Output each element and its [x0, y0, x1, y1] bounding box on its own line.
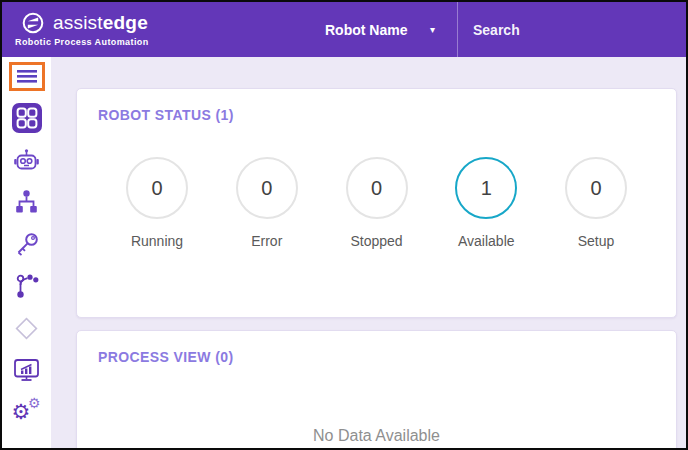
logo-subtitle: Robotic Process Automation — [15, 37, 149, 47]
stat-error[interactable]: 0 Error — [225, 157, 309, 249]
stat-error-label: Error — [251, 233, 282, 249]
process-view-title: PROCESS VIEW (0) — [77, 331, 676, 365]
process-view-card: PROCESS VIEW (0) No Data Available — [76, 330, 677, 448]
stat-available-label: Available — [458, 233, 515, 249]
assistedge-dashboard: { "header": { "logo_light": "assist", "l… — [0, 0, 688, 450]
no-data-message: No Data Available — [77, 427, 676, 445]
logo-text-bold: edge — [103, 12, 148, 33]
stat-available[interactable]: 1 Available — [444, 157, 528, 249]
sidebar-item-reports[interactable] — [7, 356, 47, 384]
robot-name-dropdown[interactable]: Robot Name — [325, 2, 407, 57]
header-divider — [457, 2, 458, 57]
app-header: assistedge Robotic Process Automation Ro… — [2, 2, 686, 57]
stat-setup-circle[interactable]: 0 — [565, 157, 627, 219]
sidebar-item-hierarchy[interactable] — [7, 188, 47, 216]
menu-highlight-box — [9, 62, 45, 91]
logo-text-light: assist — [53, 12, 103, 33]
sidebar-item-robots[interactable] — [7, 146, 47, 174]
stat-stopped-label: Stopped — [350, 233, 402, 249]
stat-running[interactable]: 0 Running — [115, 157, 199, 249]
stat-stopped-circle[interactable]: 0 — [346, 157, 408, 219]
sidebar-item-settings[interactable]: ⚙ ⚙ — [7, 398, 47, 426]
sidebar-item-versions[interactable] — [7, 272, 47, 300]
chevron-down-icon[interactable]: ▾ — [430, 2, 435, 57]
diamond-icon — [13, 315, 40, 342]
monitor-chart-icon — [13, 358, 40, 383]
sidebar-item-menu[interactable] — [7, 62, 47, 90]
sidebar-item-deploy[interactable] — [7, 314, 47, 342]
branch-icon — [15, 273, 39, 299]
hierarchy-icon — [14, 189, 39, 215]
sidebar-nav: ⚙ ⚙ — [2, 57, 51, 448]
dashboard-grid-icon — [12, 103, 42, 133]
search-button[interactable]: Search — [473, 2, 520, 57]
sidebar-item-dashboard[interactable] — [7, 104, 47, 132]
settings-gear-small-icon: ⚙ — [28, 396, 41, 410]
stat-stopped[interactable]: 0 Stopped — [335, 157, 419, 249]
robot-icon — [13, 148, 40, 172]
brand-logo: assistedge Robotic Process Automation — [2, 12, 149, 47]
sidebar-item-credentials[interactable] — [7, 230, 47, 258]
stat-running-circle[interactable]: 0 — [126, 157, 188, 219]
assistedge-logo-icon — [22, 12, 44, 34]
key-icon — [14, 231, 40, 257]
menu-icon — [16, 69, 38, 84]
logo-wordmark: assistedge — [53, 12, 148, 34]
stat-error-circle[interactable]: 0 — [236, 157, 298, 219]
stat-setup[interactable]: 0 Setup — [554, 157, 638, 249]
stat-available-circle[interactable]: 1 — [455, 157, 517, 219]
stat-running-label: Running — [131, 233, 183, 249]
robot-status-card: ROBOT STATUS (1) 0 Running 0 Error 0 Sto… — [76, 88, 677, 318]
robot-status-stats-row: 0 Running 0 Error 0 Stopped 1 Available … — [77, 157, 676, 249]
main-content: ROBOT STATUS (1) 0 Running 0 Error 0 Sto… — [51, 57, 686, 448]
robot-status-title: ROBOT STATUS (1) — [77, 89, 676, 123]
stat-setup-label: Setup — [578, 233, 615, 249]
